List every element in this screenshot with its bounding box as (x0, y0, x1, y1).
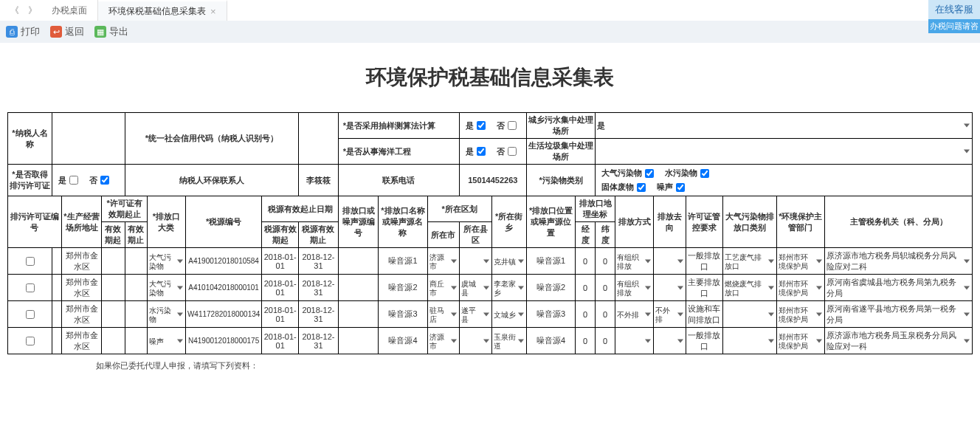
sel-dept[interactable]: 郑州市环境保护局 (776, 301, 824, 328)
cell-srcno[interactable]: N4190012018000175 (185, 328, 261, 354)
sel-mode[interactable] (615, 328, 654, 354)
sel-waste-plant[interactable] (596, 139, 973, 165)
cell-outlet-name[interactable]: 噪音源3 (379, 301, 427, 328)
cell-addr[interactable]: 郑州市金水区 (61, 248, 101, 275)
cell-outlet-no[interactable] (338, 301, 379, 328)
sel-dept[interactable]: 郑州市环境保护局 (776, 275, 824, 301)
cell-req[interactable]: 一般排放口 (686, 328, 722, 354)
sel-dept[interactable]: 郑州市环境保护局 (776, 248, 824, 275)
sel-town[interactable]: 文城乡 (491, 301, 526, 328)
sel-county[interactable] (459, 328, 491, 354)
sel-dir[interactable] (653, 328, 686, 354)
chk-sampling-yes[interactable] (477, 121, 486, 130)
cell-lng[interactable]: 0 (576, 275, 596, 301)
cell-pos[interactable]: 噪音源2 (526, 275, 575, 301)
tab-env-tax[interactable]: 环境保税基础信息采集表 × (98, 0, 227, 21)
val-phone[interactable]: 15014452263 (459, 165, 526, 196)
sel-city[interactable]: 济源市 (427, 328, 459, 354)
sel-dir[interactable] (653, 275, 686, 301)
cell-eff-from[interactable] (102, 301, 125, 328)
sel-cat[interactable]: 水污染物 (148, 301, 186, 328)
cell-src-from[interactable]: 2018-01-01 (262, 248, 299, 275)
sel-county[interactable]: 虞城县 (459, 275, 491, 301)
cell-outlet-name[interactable]: 噪音源4 (379, 328, 427, 354)
cell-srcno[interactable]: A4190012018010584 (185, 248, 261, 275)
cell-pos[interactable]: 噪音源1 (526, 248, 575, 275)
cell-lat[interactable]: 0 (596, 301, 615, 328)
chk-ocean-no[interactable] (508, 147, 517, 156)
cell-outlet-no[interactable] (338, 275, 379, 301)
chk-air[interactable] (645, 169, 654, 178)
online-service[interactable]: 在线客服 办税问题请咨 (928, 0, 980, 33)
cell-eff-from[interactable] (102, 248, 125, 275)
chk-row[interactable] (8, 328, 52, 354)
chk-sampling-no[interactable] (508, 121, 517, 130)
sel-county[interactable] (459, 248, 491, 275)
chk-ocean-yes[interactable] (477, 147, 486, 156)
cell-permit-no[interactable] (52, 275, 62, 301)
cell-outlet-no[interactable] (338, 248, 379, 275)
chk-row[interactable] (8, 248, 52, 275)
cell-addr[interactable]: 郑州市金水区 (61, 275, 101, 301)
cell-lng[interactable]: 0 (576, 328, 596, 354)
sel-county[interactable]: 遂平县 (459, 301, 491, 328)
sel-org[interactable]: 原河南省虞城县地方税务局第九税务分局 (825, 275, 973, 301)
cell-srcno[interactable]: A4101042018000101 (185, 275, 261, 301)
sel-dir[interactable] (653, 248, 686, 275)
chk-noise[interactable] (676, 183, 685, 192)
back-button[interactable]: ↩返回 (50, 25, 84, 38)
chk-row[interactable] (8, 301, 52, 328)
cell-addr[interactable]: 郑州市金水区 (61, 328, 101, 354)
cell-eff-to[interactable] (125, 248, 147, 275)
sel-city[interactable]: 商丘市 (427, 275, 459, 301)
cell-src-from[interactable]: 2018-01-01 (262, 328, 299, 354)
cell-src-from[interactable]: 2018-01-01 (262, 275, 299, 301)
cell-src-to[interactable]: 2018-12-31 (299, 275, 339, 301)
sel-mode[interactable]: 不外排 (615, 301, 654, 328)
sel-mode[interactable]: 有组织排放 (615, 275, 654, 301)
cell-eff-to[interactable] (125, 328, 147, 354)
sel-org[interactable]: 原河南省遂平县地方税务局第一税务分局 (825, 301, 973, 328)
sel-mode[interactable]: 有组织排放 (615, 248, 654, 275)
sel-air-type[interactable]: 燃烧废气排放口 (722, 275, 776, 301)
cell-src-from[interactable]: 2018-01-01 (262, 301, 299, 328)
sel-org[interactable]: 原济源市地方税务局玉泉税务分局风险应对一科 (825, 328, 973, 354)
chk-row[interactable] (8, 275, 52, 301)
val-env-contact[interactable]: 李筱筱 (299, 165, 339, 196)
tab-nav-left[interactable]: 《 (6, 4, 24, 17)
cell-outlet-no[interactable] (338, 328, 379, 354)
cell-req[interactable]: 一般排放口 (686, 248, 722, 275)
sel-air-type[interactable] (722, 328, 776, 354)
close-icon[interactable]: × (210, 6, 216, 17)
cell-lng[interactable]: 0 (576, 248, 596, 275)
cell-addr[interactable]: 郑州市金水区 (61, 301, 101, 328)
cell-srcno[interactable]: W4117282018000134 (185, 301, 261, 328)
sel-cat[interactable]: 噪声 (148, 328, 186, 354)
sel-town[interactable]: 玉泉街道 (491, 328, 526, 354)
cell-permit-no[interactable] (52, 328, 62, 354)
cell-lng[interactable]: 0 (576, 301, 596, 328)
print-button[interactable]: ⎙打印 (6, 25, 40, 38)
chk-permit-yes[interactable] (69, 176, 78, 185)
sel-city[interactable]: 济源市 (427, 248, 459, 275)
cell-permit-no[interactable] (52, 248, 62, 275)
cell-req[interactable]: 设施和车间排放口 (686, 301, 722, 328)
cell-eff-to[interactable] (125, 301, 147, 328)
sel-cat[interactable]: 大气污染物 (148, 248, 186, 275)
cell-req[interactable]: 主要排放口 (686, 275, 722, 301)
cell-lat[interactable]: 0 (596, 248, 615, 275)
sel-town[interactable]: 克井镇 (491, 248, 526, 275)
export-button[interactable]: ▦导出 (94, 25, 128, 38)
sel-air-type[interactable]: 工艺废气排放口 (722, 248, 776, 275)
sel-town[interactable]: 李老家乡 (491, 275, 526, 301)
cell-lat[interactable]: 0 (596, 328, 615, 354)
chk-solid[interactable] (637, 183, 646, 192)
cell-permit-no[interactable] (52, 301, 62, 328)
cell-src-to[interactable]: 2018-12-31 (299, 328, 339, 354)
sel-cat[interactable]: 大气污染物 (148, 275, 186, 301)
tab-nav-right[interactable]: 》 (24, 4, 41, 17)
cell-outlet-name[interactable]: 噪音源1 (379, 248, 427, 275)
cell-src-to[interactable]: 2018-12-31 (299, 301, 339, 328)
cell-outlet-name[interactable]: 噪音源2 (379, 275, 427, 301)
chk-permit-no[interactable] (100, 176, 109, 185)
